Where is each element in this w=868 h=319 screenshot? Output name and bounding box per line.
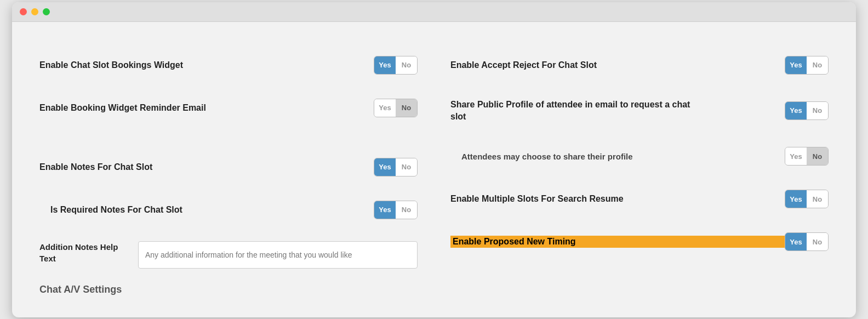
toggle-accept-reject[interactable]: Yes No xyxy=(785,56,829,75)
toggle-no-share-profile[interactable]: No xyxy=(807,102,828,119)
toggle-no-booking-reminder[interactable]: No xyxy=(396,99,417,117)
toggle-enable-chat-slot[interactable]: Yes No xyxy=(374,56,418,75)
label-required-notes: Is Required Notes For Chat Slot xyxy=(50,205,374,215)
toggle-attendees-choose[interactable]: Yes No xyxy=(785,147,829,166)
setting-row-multiple-slots: Enable Multiple Slots For Search Resume … xyxy=(450,178,829,220)
setting-row-required-notes: Is Required Notes For Chat Slot Yes No xyxy=(39,189,418,231)
toggle-required-notes[interactable]: Yes No xyxy=(374,201,418,219)
toggle-yes-booking-reminder[interactable]: Yes xyxy=(374,99,396,117)
label-booking-reminder: Enable Booking Widget Reminder Email xyxy=(39,103,374,113)
left-column: Enable Chat Slot Bookings Widget Yes No … xyxy=(39,44,418,278)
toggle-yes-enable-notes[interactable]: Yes xyxy=(374,158,396,176)
minimize-dot[interactable] xyxy=(31,8,38,15)
toggle-yes-required-notes[interactable]: Yes xyxy=(374,201,396,219)
right-column: Enable Accept Reject For Chat Slot Yes N… xyxy=(450,44,829,278)
close-dot[interactable] xyxy=(20,8,27,15)
label-proposed-timing: Enable Proposed New Timing xyxy=(450,236,785,248)
setting-row-share-profile: Share Public Profile of attendee in emai… xyxy=(450,87,829,135)
toggle-yes-multiple-slots[interactable]: Yes xyxy=(785,190,807,208)
label-accept-reject: Enable Accept Reject For Chat Slot xyxy=(450,60,785,70)
setting-row-booking-reminder: Enable Booking Widget Reminder Email Yes… xyxy=(39,87,418,129)
label-enable-notes: Enable Notes For Chat Slot xyxy=(39,162,374,172)
toggle-yes-proposed-timing[interactable]: Yes xyxy=(785,233,807,250)
titlebar xyxy=(12,2,856,22)
maximize-dot[interactable] xyxy=(43,8,50,15)
notes-input[interactable] xyxy=(138,241,418,269)
toggle-no-enable-notes[interactable]: No xyxy=(396,158,417,176)
toggle-no-multiple-slots[interactable]: No xyxy=(807,190,828,208)
setting-row-proposed-timing: Enable Proposed New Timing Yes No xyxy=(450,220,829,263)
toggle-yes-share-profile[interactable]: Yes xyxy=(785,102,807,119)
toggle-no-proposed-timing[interactable]: No xyxy=(807,233,828,250)
toggle-no-attendees-choose[interactable]: No xyxy=(807,147,828,165)
toggle-yes-enable-chat-slot[interactable]: Yes xyxy=(374,56,396,74)
toggle-enable-notes[interactable]: Yes No xyxy=(374,158,418,176)
toggle-no-required-notes[interactable]: No xyxy=(396,201,417,219)
toggle-yes-attendees-choose[interactable]: Yes xyxy=(785,147,807,165)
label-attendees-choose: Attendees may choose to share their prof… xyxy=(461,152,785,161)
setting-row-attendees-choose: Attendees may choose to share their prof… xyxy=(450,135,829,178)
setting-row-enable-notes: Enable Notes For Chat Slot Yes No xyxy=(39,146,418,189)
toggle-multiple-slots[interactable]: Yes No xyxy=(785,190,829,208)
toggle-yes-accept-reject[interactable]: Yes xyxy=(785,56,807,74)
notes-row: Addition Notes Help Text xyxy=(39,231,418,278)
label-share-profile: Share Public Profile of attendee in emai… xyxy=(450,99,697,123)
toggle-share-profile[interactable]: Yes No xyxy=(785,101,829,120)
main-content: Enable Chat Slot Bookings Widget Yes No … xyxy=(12,22,856,317)
toggle-no-enable-chat-slot[interactable]: No xyxy=(396,56,417,74)
setting-row-enable-chat-slot: Enable Chat Slot Bookings Widget Yes No xyxy=(39,44,418,87)
toggle-booking-reminder[interactable]: Yes No xyxy=(374,99,418,117)
app-window: Enable Chat Slot Bookings Widget Yes No … xyxy=(12,2,856,317)
chat-av-settings-link[interactable]: Chat A/V Settings xyxy=(39,278,829,301)
setting-row-accept-reject: Enable Accept Reject For Chat Slot Yes N… xyxy=(450,44,829,87)
notes-label: Addition Notes Help Text xyxy=(39,241,127,264)
toggle-no-accept-reject[interactable]: No xyxy=(807,56,828,74)
label-enable-chat-slot: Enable Chat Slot Bookings Widget xyxy=(39,60,374,70)
toggle-proposed-timing[interactable]: Yes No xyxy=(785,232,829,251)
label-multiple-slots: Enable Multiple Slots For Search Resume xyxy=(450,194,785,204)
